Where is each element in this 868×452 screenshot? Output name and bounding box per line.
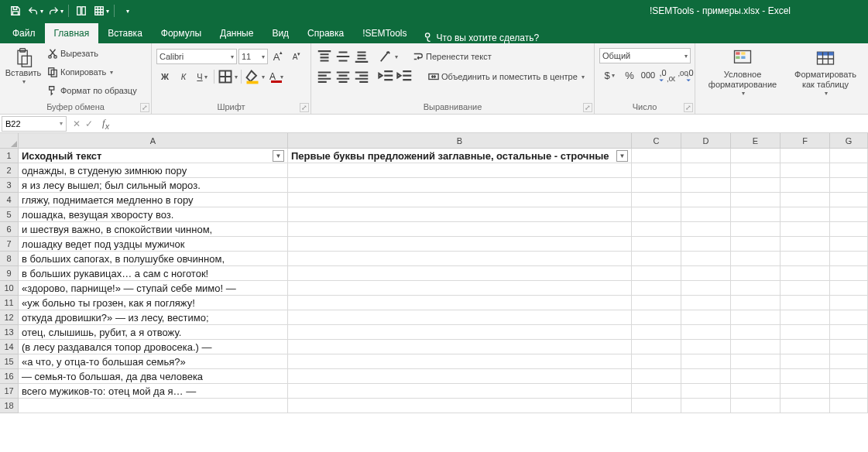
- cell[interactable]: [681, 384, 731, 399]
- row-header[interactable]: 7: [0, 237, 19, 252]
- cell[interactable]: [681, 310, 731, 325]
- cell[interactable]: [632, 399, 681, 413]
- cell[interactable]: [830, 237, 868, 252]
- cut-button[interactable]: Вырезать: [45, 45, 139, 62]
- cell[interactable]: [781, 399, 830, 413]
- cell[interactable]: [681, 193, 731, 207]
- col-header-B[interactable]: B: [288, 133, 632, 149]
- undo-button[interactable]: ▾: [26, 2, 45, 20]
- formula-input[interactable]: [114, 116, 868, 132]
- cell[interactable]: в больших сапогах, в полушубке овчинном,: [19, 252, 288, 266]
- align-bottom-button[interactable]: [353, 48, 370, 65]
- cell[interactable]: [830, 281, 868, 296]
- cell[interactable]: [288, 325, 632, 340]
- cell[interactable]: [731, 325, 781, 340]
- cell[interactable]: [681, 222, 731, 237]
- cell[interactable]: [830, 222, 868, 237]
- fx-icon[interactable]: fx: [98, 117, 114, 131]
- cell[interactable]: [781, 296, 830, 310]
- cell[interactable]: [632, 281, 681, 296]
- cell[interactable]: [681, 178, 731, 193]
- font-size-combo[interactable]: 11▾: [238, 49, 268, 64]
- align-right-button[interactable]: [353, 68, 370, 85]
- cell[interactable]: [681, 237, 731, 252]
- cell[interactable]: лошадку ведет под уздцы мужичок: [19, 237, 288, 252]
- save-button[interactable]: [6, 2, 25, 20]
- cell[interactable]: откуда дровишки?» — из лесу, вестимо;: [19, 310, 288, 325]
- italic-button[interactable]: К: [175, 68, 192, 85]
- qat-custom-2[interactable]: ▾: [92, 2, 111, 20]
- cell[interactable]: [781, 310, 830, 325]
- row-header[interactable]: 2: [0, 163, 19, 178]
- filter-button[interactable]: ▼: [616, 150, 628, 162]
- paste-button[interactable]: Вставить ▾: [5, 45, 42, 86]
- cell[interactable]: [781, 193, 830, 207]
- font-color-button[interactable]: А▾: [266, 68, 286, 85]
- cell[interactable]: «здорово, парнище!» — ступай себе мимо! …: [19, 281, 288, 296]
- cell[interactable]: [830, 310, 868, 325]
- row-header[interactable]: 13: [0, 325, 19, 340]
- row-header[interactable]: 16: [0, 369, 19, 384]
- cell[interactable]: [781, 354, 830, 369]
- cell[interactable]: [830, 369, 868, 384]
- cell[interactable]: «уж больно ты грозен, как я погляжу!: [19, 296, 288, 310]
- cell[interactable]: [632, 178, 681, 193]
- cell[interactable]: [288, 266, 632, 281]
- cell[interactable]: [781, 237, 830, 252]
- cell[interactable]: [632, 163, 681, 178]
- cell[interactable]: [731, 222, 781, 237]
- percent-format-button[interactable]: %: [621, 67, 638, 84]
- cell[interactable]: [632, 340, 681, 354]
- cell[interactable]: [731, 237, 781, 252]
- cell[interactable]: — семья-то большая, да два человека: [19, 369, 288, 384]
- number-launcher[interactable]: ⤢: [684, 103, 693, 112]
- cell[interactable]: [288, 369, 632, 384]
- cell[interactable]: [632, 222, 681, 237]
- cell[interactable]: [632, 237, 681, 252]
- increase-indent-button[interactable]: [396, 68, 413, 85]
- cell[interactable]: [830, 399, 868, 413]
- cell[interactable]: [632, 354, 681, 369]
- cell[interactable]: [288, 296, 632, 310]
- cell[interactable]: [731, 296, 781, 310]
- cell[interactable]: [830, 252, 868, 266]
- row-header[interactable]: 14: [0, 340, 19, 354]
- cell[interactable]: лошадка, везущая хворосту воз.: [19, 207, 288, 222]
- format-painter-button[interactable]: Формат по образцу: [45, 82, 139, 99]
- tab-insert[interactable]: Вставка: [98, 23, 152, 43]
- cell[interactable]: [632, 149, 681, 163]
- cell[interactable]: [781, 340, 830, 354]
- col-header-E[interactable]: E: [731, 133, 781, 149]
- underline-button[interactable]: Ч▾: [194, 68, 211, 85]
- cell[interactable]: [731, 178, 781, 193]
- cell[interactable]: [731, 310, 781, 325]
- cell[interactable]: [731, 384, 781, 399]
- cell[interactable]: [681, 149, 731, 163]
- borders-button[interactable]: ▾: [218, 68, 238, 85]
- row-header[interactable]: 5: [0, 207, 19, 222]
- decrease-font-button[interactable]: A▾: [288, 48, 305, 65]
- filter-button[interactable]: ▼: [273, 150, 284, 162]
- cell[interactable]: [681, 266, 731, 281]
- row-header[interactable]: 4: [0, 193, 19, 207]
- tab-data[interactable]: Данные: [211, 23, 262, 43]
- row-header[interactable]: 11: [0, 296, 19, 310]
- cell[interactable]: [288, 222, 632, 237]
- increase-font-button[interactable]: A▴: [269, 48, 286, 65]
- align-left-button[interactable]: [316, 68, 333, 85]
- tab-semtools[interactable]: !SEMTools: [353, 23, 416, 43]
- name-box[interactable]: B22 ▾: [2, 116, 67, 132]
- row-header[interactable]: 17: [0, 384, 19, 399]
- bold-button[interactable]: Ж: [156, 68, 173, 85]
- align-center-button[interactable]: [335, 68, 352, 85]
- comma-format-button[interactable]: 000: [640, 67, 657, 84]
- cell[interactable]: [288, 354, 632, 369]
- cell[interactable]: всего мужиков-то: отец мой да я… —: [19, 384, 288, 399]
- cell[interactable]: в больших рукавицах… а сам с ноготок!: [19, 266, 288, 281]
- cell[interactable]: [681, 369, 731, 384]
- accounting-format-button[interactable]: $▾: [599, 67, 619, 84]
- cell[interactable]: [781, 178, 830, 193]
- col-header-G[interactable]: G: [830, 133, 868, 149]
- cell[interactable]: [681, 340, 731, 354]
- cell[interactable]: [632, 252, 681, 266]
